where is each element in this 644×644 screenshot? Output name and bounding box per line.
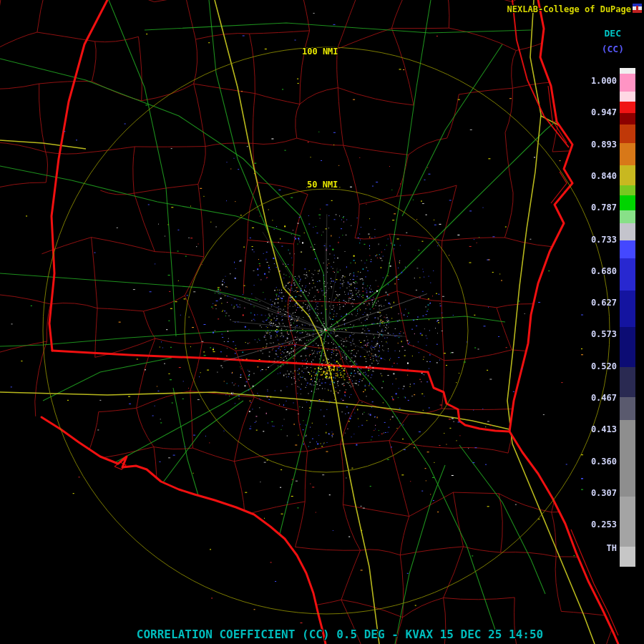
colorbar-tick-label: 0.573 (591, 329, 617, 339)
range-ring-label-50nmi: 50 NMI (307, 180, 338, 190)
colorbar-tick-label: 0.467 (591, 393, 617, 403)
nexlab-logo-icon (633, 4, 642, 13)
colorbar-tick-label: 0.520 (591, 361, 617, 371)
colorbar-tick-label: 0.680 (591, 266, 617, 276)
corner-product-text: (CC) (602, 44, 624, 54)
radar-screen: 100 NMI 50 NMI NEXLAB-College of DuPage … (0, 0, 644, 644)
colorbar-tick-label: 0.253 (591, 519, 617, 530)
colorbar-tick-label: 0.627 (591, 298, 617, 308)
colorbar-threshold-label: TH (607, 543, 617, 553)
range-ring-label-100nmi: 100 NMI (302, 47, 338, 57)
colorbar-tick-label: 0.840 (591, 171, 617, 181)
colorbar-tick-label: 0.787 (591, 203, 617, 213)
corner-date-text: DEC (605, 28, 621, 39)
colorbar-tick-label: 0.947 (591, 107, 617, 117)
colorbar-labels: TH 1.0000.9470.8930.8400.7870.7330.6800.… (585, 68, 617, 567)
colorbar-tick-label: 0.893 (591, 140, 617, 150)
colorbar-tick-label: 0.413 (591, 424, 617, 434)
product-title: CORRELATION COEFFICIENT (CC) 0.5 DEG - K… (137, 628, 543, 641)
colorbar (620, 68, 635, 567)
colorbar-tick-label: 1.000 (591, 76, 617, 86)
radar-echo-canvas (0, 0, 644, 644)
colorbar-tick-label: 0.733 (591, 235, 617, 245)
colorbar-tick-label: 0.307 (591, 488, 617, 498)
attribution-text: NEXLAB-College of DuPage (507, 4, 631, 14)
colorbar-tick-label: 0.360 (591, 457, 617, 467)
